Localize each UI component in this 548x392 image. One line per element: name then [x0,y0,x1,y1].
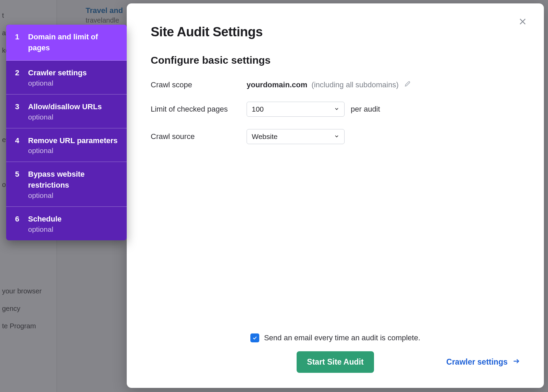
wizard-step-subtitle: optional [28,225,119,233]
close-button[interactable] [516,16,529,28]
settings-form: Crawl scope yourdomain.com (including al… [151,80,520,156]
crawl-scope-hint: (including all subdomains) [311,80,398,89]
row-limit-pages: Limit of checked pages 100 per audit [151,102,520,117]
modal-footer: Send an email every time an audit is com… [151,333,520,374]
wizard-step-subtitle: optional [28,113,119,121]
arrow-right-icon [512,357,520,367]
wizard-step-text: Allow/disallow URLsoptional [28,101,119,121]
modal-subtitle: Configure basic settings [151,54,520,66]
start-site-audit-button[interactable]: Start Site Audit [297,351,374,373]
crawler-settings-link[interactable]: Crawler settings [446,357,520,367]
wizard-step-title: Schedule [28,214,119,225]
crawl-scope-value-wrap: yourdomain.com (including all subdomains… [247,80,411,89]
wizard-step-text: Crawler settingsoptional [28,67,119,87]
limit-select[interactable]: 100 [247,102,345,117]
wizard-step-text: Domain and limit of pages [28,31,119,53]
next-link-label: Crawler settings [446,357,508,367]
wizard-step-title: Remove URL parameters [28,135,119,146]
row-crawl-scope: Crawl scope yourdomain.com (including al… [151,80,520,89]
site-audit-settings-modal: Site Audit Settings Configure basic sett… [127,3,544,388]
source-select-value: Website [252,132,277,141]
email-checkbox-label: Send an email every time an audit is com… [264,333,420,342]
row-crawl-source: Crawl source Website [151,129,520,144]
chevron-down-icon [334,132,339,141]
wizard-step-3[interactable]: 3Allow/disallow URLsoptional [6,94,127,128]
wizard-step-text: Remove URL parametersoptional [28,135,119,155]
wizard-step-number: 2 [15,67,28,78]
wizard-step-text: Bypass website restrictionsoptional [28,169,119,200]
wizard-steps-nav: 1Domain and limit of pages2Crawler setti… [6,25,127,240]
edit-icon[interactable] [404,80,411,87]
limit-select-value: 100 [252,105,264,113]
wizard-step-2[interactable]: 2Crawler settingsoptional [6,61,127,94]
chevron-down-icon [334,105,339,113]
close-icon [518,17,527,27]
wizard-step-text: Scheduleoptional [28,214,119,233]
wizard-step-subtitle: optional [28,79,119,87]
source-label: Crawl source [151,132,247,141]
wizard-step-number: 1 [15,31,28,42]
crawl-scope-label: Crawl scope [151,80,247,89]
wizard-step-1[interactable]: 1Domain and limit of pages [6,25,127,61]
wizard-step-subtitle: optional [28,147,119,155]
wizard-step-number: 6 [15,214,28,225]
wizard-step-6[interactable]: 6Scheduleoptional [6,207,127,240]
wizard-step-5[interactable]: 5Bypass website restrictionsoptional [6,162,127,207]
limit-label: Limit of checked pages [151,105,247,114]
crawl-scope-value: yourdomain.com [247,80,307,89]
wizard-step-title: Domain and limit of pages [28,31,119,53]
email-notify-row: Send an email every time an audit is com… [250,333,420,342]
source-select[interactable]: Website [247,129,345,144]
wizard-step-title: Crawler settings [28,67,119,78]
email-checkbox[interactable] [250,333,259,342]
wizard-step-number: 5 [15,169,28,180]
wizard-step-number: 3 [15,101,28,112]
limit-suffix: per audit [351,105,380,114]
wizard-step-number: 4 [15,135,28,146]
wizard-step-title: Bypass website restrictions [28,169,119,191]
wizard-step-4[interactable]: 4Remove URL parametersoptional [6,128,127,162]
wizard-step-subtitle: optional [28,191,119,200]
wizard-step-title: Allow/disallow URLs [28,101,119,112]
modal-title: Site Audit Settings [151,25,520,39]
